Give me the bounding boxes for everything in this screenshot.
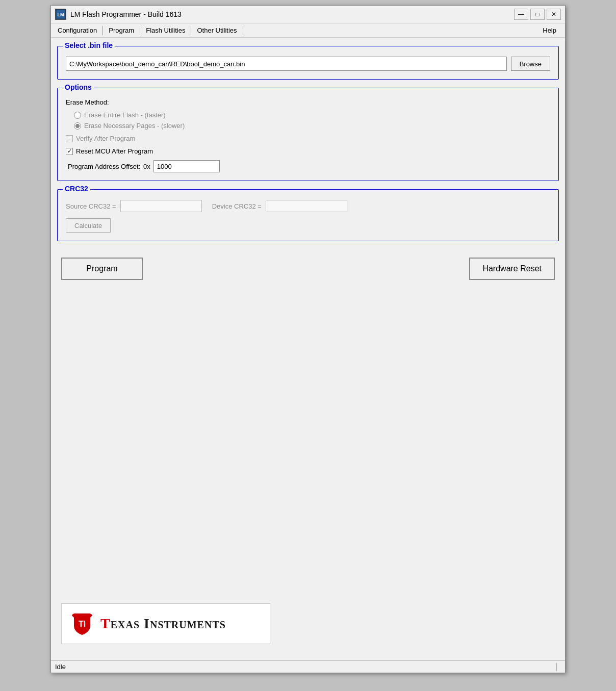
bin-section-label: Select .bin file [63,41,115,49]
erase-entire-option[interactable]: Erase Entire Flash - (faster) [74,111,550,119]
close-button[interactable]: ✕ [547,9,561,20]
options-section: Options Erase Method: Erase Entire Flash… [57,88,559,181]
menu-flash-utilities[interactable]: Flash Utilities [141,24,190,36]
svg-text:LM: LM [58,12,64,17]
title-bar: LM LM Flash Programmer - Build 1613 — □ … [51,6,565,23]
device-crc-item: Device CRC32 = [212,200,347,212]
menu-separator-4 [243,26,243,35]
erase-necessary-radio[interactable] [74,122,81,130]
maximize-button[interactable]: □ [530,9,545,20]
main-content: Select .bin file Browse Options Erase Me… [51,38,565,660]
calculate-button[interactable]: Calculate [66,218,111,233]
menu-configuration[interactable]: Configuration [53,24,101,36]
reset-checkbox-item[interactable]: Reset MCU After Program [66,147,550,155]
status-divider [556,663,557,671]
verify-checkbox-item[interactable]: Verify After Program [66,135,550,142]
menu-other-utilities[interactable]: Other Utilities [192,24,241,36]
svg-text:TI: TI [79,620,86,628]
content-spacer [57,296,559,595]
verify-checkbox[interactable] [66,135,73,142]
source-crc-label: Source CRC32 = [66,202,116,210]
menu-separator-3 [191,26,191,35]
menu-help[interactable]: Help [536,24,563,36]
browse-button[interactable]: Browse [511,57,550,71]
crc-content: Source CRC32 = Device CRC32 = Calculate [66,200,550,233]
address-row: Program Address Offset: 0x [68,160,550,172]
title-bar-controls: — □ ✕ [514,9,561,20]
bin-file-section: Select .bin file Browse [57,46,559,80]
ti-logo-text: Texas Instruments [100,616,226,632]
action-row: Program Hardware Reset [57,249,559,288]
address-prefix: 0x [143,163,150,170]
main-window: LM LM Flash Programmer - Build 1613 — □ … [50,5,566,673]
crc-row: Source CRC32 = Device CRC32 = [66,200,550,212]
erase-necessary-label: Erase Necessary Pages - (slower) [84,122,185,130]
menu-bar: Configuration Program Flash Utilities Ot… [51,23,565,38]
menu-separator-2 [140,26,140,35]
source-crc-input[interactable] [120,200,202,212]
verify-label: Verify After Program [76,135,135,142]
menu-program[interactable]: Program [104,24,139,36]
erase-method-label: Erase Method: [66,98,550,106]
erase-entire-label: Erase Entire Flash - (faster) [84,111,166,119]
erase-radio-group: Erase Entire Flash - (faster) Erase Nece… [74,111,550,130]
title-bar-left: LM LM Flash Programmer - Build 1613 [55,9,182,20]
address-input[interactable] [153,160,220,172]
source-crc-item: Source CRC32 = [66,200,202,212]
ti-logo-icon: TI [70,611,94,636]
minimize-button[interactable]: — [514,9,528,20]
ti-logo-section: TI Texas Instruments [61,603,270,644]
options-content: Erase Method: Erase Entire Flash - (fast… [66,98,550,172]
address-label: Program Address Offset: [68,163,140,170]
crc-section: CRC32 Source CRC32 = Device CRC32 = Calc… [57,189,559,241]
erase-entire-radio[interactable] [74,112,81,119]
calculate-row: Calculate [66,218,550,233]
options-section-label: Options [63,83,94,91]
status-text: Idle [55,663,552,671]
reset-label: Reset MCU After Program [76,147,153,155]
crc-section-label: CRC32 [63,185,90,193]
program-button[interactable]: Program [61,258,143,280]
app-icon: LM [55,9,66,20]
reset-checkbox[interactable] [66,148,73,155]
menu-separator-1 [102,26,103,35]
status-bar: Idle [51,660,565,673]
bin-file-row: Browse [66,57,550,71]
device-crc-input[interactable] [266,200,347,212]
erase-necessary-option[interactable]: Erase Necessary Pages - (slower) [74,122,550,130]
hardware-reset-button[interactable]: Hardware Reset [469,258,555,280]
device-crc-label: Device CRC32 = [212,202,262,210]
window-title: LM Flash Programmer - Build 1613 [70,10,182,18]
bin-file-input[interactable] [66,57,507,71]
